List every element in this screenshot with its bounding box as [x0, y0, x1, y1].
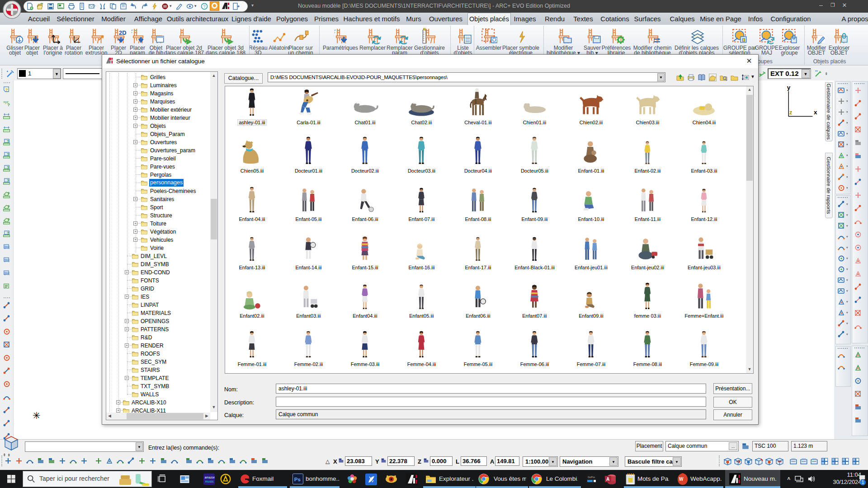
svg-text:y: y — [787, 84, 791, 91]
svg-text:GoPro: GoPro — [588, 476, 595, 479]
svg-text:[m²]: [m²] — [5, 272, 9, 275]
svg-text:?: ? — [7, 139, 9, 144]
svg-text:Ps: Ps — [294, 477, 301, 482]
svg-text:?: ? — [7, 204, 9, 209]
svg-text:?: ? — [7, 231, 9, 235]
svg-text:?: ? — [5, 87, 8, 92]
svg-text:?: ? — [7, 102, 10, 107]
svg-text:music: music — [205, 479, 214, 483]
svg-text:amazon: amazon — [205, 476, 215, 479]
svg-text:W: W — [679, 477, 684, 482]
svg-text:2D: 2D — [119, 29, 127, 36]
svg-text:z: z — [789, 109, 792, 116]
svg-text:?: ? — [7, 165, 9, 170]
svg-text:A: A — [606, 477, 609, 482]
svg-text:?: ? — [7, 152, 9, 157]
svg-text:[m²]: [m²] — [5, 245, 9, 249]
svg-text:?: ? — [7, 217, 9, 222]
svg-text:?: ? — [7, 191, 9, 196]
svg-text:x: x — [814, 109, 817, 116]
svg-text:?: ? — [7, 178, 9, 183]
svg-text:[m²]: [m²] — [5, 258, 9, 262]
